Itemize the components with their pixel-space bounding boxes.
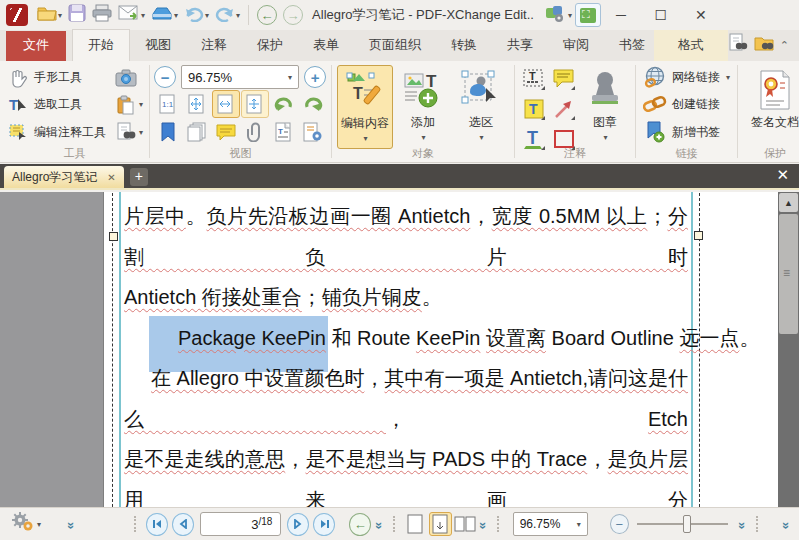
first-page-button[interactable]: [146, 513, 168, 536]
forward-button[interactable]: →: [280, 3, 306, 27]
scrollbar-thumb[interactable]: [779, 214, 798, 334]
hand-tool-button[interactable]: 手形工具: [4, 64, 108, 91]
previous-view-button[interactable]: ←: [349, 513, 371, 536]
paste-dropdown[interactable]: ▾: [139, 100, 143, 109]
page-number-field[interactable]: 3 /18: [200, 512, 281, 536]
tab-file[interactable]: 文件: [6, 31, 66, 61]
scan-dropdown[interactable]: ▾: [174, 11, 178, 20]
zoom-expand-icon[interactable]: »: [736, 517, 751, 530]
ribbon-tab[interactable]: 页面组织: [354, 30, 436, 61]
fields-pane-button[interactable]: T: [270, 118, 298, 146]
ribbon-tab[interactable]: 表单: [298, 30, 354, 61]
edit-annotations-tool-button[interactable]: 编辑注释工具: [4, 119, 108, 146]
paste-button[interactable]: ▾: [112, 91, 145, 118]
save-button[interactable]: [65, 3, 89, 27]
add-object-button[interactable]: T 添加 ▾: [395, 65, 451, 149]
edit-frame-left-handle[interactable]: [109, 232, 118, 241]
document-tab-close-icon[interactable]: ✕: [107, 172, 115, 183]
open-button[interactable]: ▾: [34, 3, 65, 27]
actual-size-button[interactable]: 1:1: [154, 90, 182, 118]
rotate-cw-button[interactable]: [299, 90, 327, 118]
web-link-dropdown[interactable]: ▾: [726, 73, 730, 82]
zoom-level-combo[interactable]: 96.75% ▾: [181, 65, 299, 89]
web-link-button[interactable]: 网络链接 ▾: [640, 64, 733, 91]
maximize-button[interactable]: ☐: [641, 2, 681, 28]
text-box-tool-button[interactable]: T: [523, 98, 545, 120]
sticky-note-tool-button[interactable]: [553, 68, 575, 90]
scan-button[interactable]: ▾: [148, 3, 181, 27]
bookmarks-pane-button[interactable]: [154, 118, 182, 146]
sign-document-button[interactable]: 签名文档: [743, 65, 799, 149]
undo-dropdown[interactable]: ▾: [205, 11, 209, 20]
undo-button[interactable]: ▾: [181, 3, 212, 27]
zoom-slider[interactable]: [637, 523, 729, 525]
tab-format[interactable]: 格式: [654, 30, 728, 61]
statusbar-options-dropdown[interactable]: ▾: [37, 520, 41, 529]
session-dropdown[interactable]: ▾: [568, 11, 572, 20]
statusbar-options-button[interactable]: ▾: [10, 511, 41, 537]
ribbon-tab[interactable]: 注释: [186, 30, 242, 61]
attachments-pane-button[interactable]: [241, 118, 269, 146]
comments-pane-button[interactable]: [212, 118, 240, 146]
typewriter-tool-button[interactable]: T: [523, 68, 545, 90]
email-dropdown[interactable]: ▾: [141, 11, 145, 20]
find-folder-icon[interactable]: [754, 33, 774, 57]
statusbar-expand-right-icon[interactable]: »: [779, 517, 794, 530]
selection-button[interactable]: 选区 ▾: [453, 65, 509, 149]
fit-visible-button[interactable]: [241, 90, 269, 118]
fit-page-button[interactable]: [183, 90, 211, 118]
ribbon-tab[interactable]: 转换: [436, 30, 492, 61]
find-document-icon[interactable]: [728, 33, 748, 57]
print-button[interactable]: [89, 3, 115, 27]
edit-frame-right-handle[interactable]: [694, 231, 703, 240]
rotate-ccw-button[interactable]: [270, 90, 298, 118]
previous-page-button[interactable]: [172, 513, 194, 536]
zoom-slider-handle[interactable]: [683, 515, 691, 533]
snapshot-button[interactable]: [112, 64, 145, 91]
vertical-scrollbar[interactable]: ▲: [778, 192, 799, 507]
last-page-button[interactable]: [313, 513, 335, 536]
ribbon-tab[interactable]: 审阅: [548, 30, 604, 61]
continuous-layout-button[interactable]: [429, 512, 452, 536]
properties-pane-button[interactable]: [299, 118, 327, 146]
find-button[interactable]: ▾: [112, 119, 145, 146]
slider-zoom-out-button[interactable]: −: [610, 514, 629, 534]
session-button[interactable]: ▾: [542, 3, 575, 27]
ribbon-tab[interactable]: 保护: [242, 30, 298, 61]
view-history-expand-icon[interactable]: »: [373, 517, 388, 530]
ribbon-tab[interactable]: 共享: [492, 30, 548, 61]
collapse-ribbon-icon[interactable]: ⌃: [780, 39, 789, 52]
statusbar-zoom-combo[interactable]: 96.75% ▾: [513, 512, 588, 536]
document-tab-active[interactable]: Allegro学习笔记 ✕: [4, 166, 124, 188]
redo-button[interactable]: ▾: [212, 3, 243, 27]
close-document-button[interactable]: ✕: [776, 166, 799, 188]
create-link-button[interactable]: 创建链接: [640, 91, 733, 118]
select-tool-button[interactable]: T 选取工具: [4, 91, 108, 118]
scroll-up-button[interactable]: ▲: [779, 193, 798, 212]
edit-content-button[interactable]: T 编辑内容 ▾: [337, 65, 393, 149]
new-tab-button[interactable]: +: [130, 168, 148, 186]
zoom-out-button[interactable]: −: [154, 66, 176, 88]
two-page-layout-button[interactable]: [454, 512, 477, 536]
tab-home-active[interactable]: 开始: [72, 29, 130, 61]
statusbar-expand-left-icon[interactable]: »: [64, 517, 79, 530]
email-button[interactable]: ▾: [115, 3, 148, 27]
single-page-layout-button[interactable]: [404, 512, 427, 536]
redo-dropdown[interactable]: ▾: [236, 11, 240, 20]
ribbon-tab[interactable]: 视图: [130, 30, 186, 61]
arrow-tool-button[interactable]: [553, 98, 575, 120]
thumbnails-pane-button[interactable]: [183, 118, 211, 146]
zoom-in-button[interactable]: +: [304, 66, 326, 88]
layout-expand-icon[interactable]: »: [477, 517, 492, 530]
back-button[interactable]: ←: [254, 3, 280, 27]
minimize-button[interactable]: ─: [601, 2, 641, 28]
fullscreen-toggle-button[interactable]: [575, 3, 601, 27]
close-button[interactable]: ✕: [681, 2, 721, 28]
fit-width-button[interactable]: [212, 90, 240, 118]
add-bookmark-button[interactable]: 新增书签: [640, 119, 733, 146]
open-dropdown[interactable]: ▾: [58, 11, 62, 20]
next-page-button[interactable]: [287, 513, 309, 536]
stamp-button[interactable]: 图章 ▾: [580, 65, 630, 149]
find-dropdown[interactable]: ▾: [139, 128, 143, 137]
pdf-page[interactable]: 片层中。负片先沿板边画一圈 Antietch，宽度 0.5MM 以上；分割负片时…: [104, 192, 780, 507]
